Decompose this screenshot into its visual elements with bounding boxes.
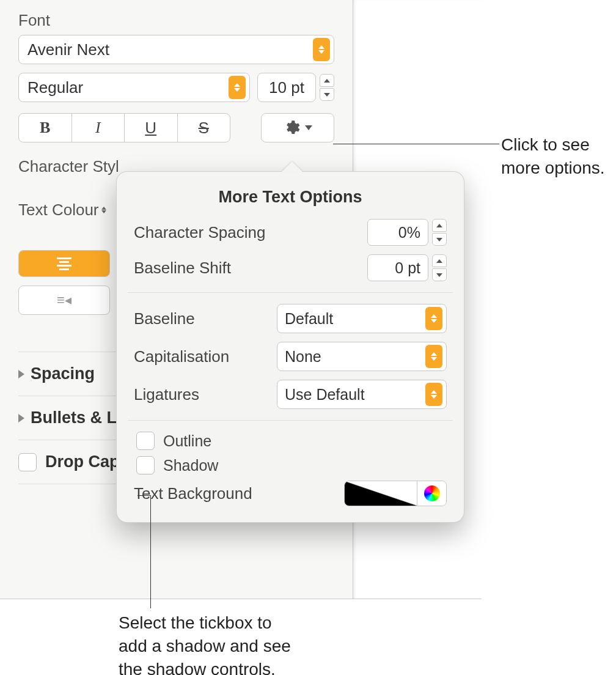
text-style-segmented: B I U S xyxy=(18,113,230,142)
align-left-button[interactable] xyxy=(19,251,109,276)
chevron-up-down-icon xyxy=(425,345,442,368)
step-down-button[interactable] xyxy=(432,233,447,246)
text-background-label: Text Background xyxy=(134,484,344,503)
chevron-up-down-icon xyxy=(101,207,106,213)
decrease-indent-icon: ≡◂ xyxy=(57,292,72,308)
capitalisation-value: None xyxy=(285,348,425,366)
disclosure-triangle-icon xyxy=(18,370,24,378)
font-face-value: Regular xyxy=(28,78,229,97)
gear-icon xyxy=(283,119,300,136)
font-size-value[interactable]: 10 pt xyxy=(257,73,316,102)
baseline-dropdown[interactable]: Default xyxy=(277,304,447,333)
ligatures-value: Use Default xyxy=(285,386,425,404)
font-face-dropdown[interactable]: Regular xyxy=(18,73,250,102)
font-size-stepper[interactable]: 10 pt xyxy=(257,73,334,102)
baseline-label: Baseline xyxy=(134,309,277,328)
font-section-label: Font xyxy=(18,11,334,30)
font-family-value: Avenir Next xyxy=(28,40,313,59)
underline-button[interactable]: U xyxy=(125,114,178,142)
callout-connector-line xyxy=(333,144,499,144)
alignment-segmented xyxy=(18,250,110,277)
char-spacing-value[interactable]: 0% xyxy=(367,219,428,246)
callout-shadow-tickbox: Select the tickbox to add a shadow and s… xyxy=(119,611,291,675)
baseline-shift-stepper-buttons[interactable] xyxy=(432,254,447,281)
char-spacing-label: Character Spacing xyxy=(134,223,367,242)
outline-label: Outline xyxy=(163,432,211,450)
callout-text-line: add a shadow and see xyxy=(119,635,291,658)
ligatures-dropdown[interactable]: Use Default xyxy=(277,380,447,409)
callout-text-line: Select the tickbox to xyxy=(119,611,291,635)
text-background-color-control[interactable] xyxy=(344,481,447,506)
char-spacing-stepper-buttons[interactable] xyxy=(432,219,447,246)
callout-connector-line xyxy=(138,495,151,496)
chevron-up-down-icon xyxy=(425,307,442,330)
baseline-shift-value[interactable]: 0 pt xyxy=(367,254,428,281)
disclosure-triangle-icon xyxy=(18,414,24,422)
drop-cap-checkbox[interactable] xyxy=(18,453,37,471)
chevron-down-icon xyxy=(305,125,312,130)
chevron-up-down-icon xyxy=(425,383,442,406)
font-size-stepper-buttons[interactable] xyxy=(320,74,334,101)
bullets-lists-label: Bullets & Li xyxy=(31,408,122,427)
bold-button[interactable]: B xyxy=(19,114,72,142)
capitalisation-dropdown[interactable]: None xyxy=(277,342,447,371)
callout-text-line: the shadow controls. xyxy=(119,658,291,675)
step-down-button[interactable] xyxy=(320,88,334,101)
italic-button[interactable]: I xyxy=(72,114,125,142)
align-left-icon xyxy=(57,257,72,270)
spacing-label: Spacing xyxy=(31,364,95,383)
callout-connector-line xyxy=(150,495,151,608)
char-spacing-stepper[interactable]: 0% xyxy=(367,219,447,246)
baseline-shift-stepper[interactable]: 0 pt xyxy=(367,254,447,281)
color-wheel-icon xyxy=(424,485,440,501)
more-text-options-button[interactable] xyxy=(261,113,334,142)
baseline-shift-label: Baseline Shift xyxy=(134,259,367,278)
callout-more-options: Click to see more options. xyxy=(501,133,605,180)
step-down-button[interactable] xyxy=(432,268,447,281)
baseline-value: Default xyxy=(285,310,425,328)
font-family-dropdown[interactable]: Avenir Next xyxy=(18,35,334,64)
capitalisation-label: Capitalisation xyxy=(134,347,277,366)
color-picker-button[interactable] xyxy=(417,481,446,506)
chevron-up-down-icon xyxy=(229,76,246,99)
drop-cap-label: Drop Cap xyxy=(45,452,120,471)
ligatures-label: Ligatures xyxy=(134,385,277,404)
chevron-up-down-icon xyxy=(313,38,330,61)
strikethrough-button[interactable]: S xyxy=(178,114,230,142)
callout-text-line: Click to see xyxy=(501,133,605,157)
color-well[interactable] xyxy=(345,481,417,506)
outline-checkbox[interactable] xyxy=(136,432,155,450)
indent-segmented: ≡◂ xyxy=(18,286,110,315)
shadow-checkbox[interactable] xyxy=(136,456,155,474)
text-colour-label: Text Colour xyxy=(18,201,99,219)
callout-text-line: more options. xyxy=(501,157,605,180)
step-up-button[interactable] xyxy=(432,219,447,232)
more-text-options-popover: More Text Options Character Spacing 0% B… xyxy=(116,171,464,523)
popover-title: More Text Options xyxy=(134,188,447,207)
shadow-label: Shadow xyxy=(163,457,218,474)
step-up-button[interactable] xyxy=(432,254,447,267)
decrease-indent-button[interactable]: ≡◂ xyxy=(19,286,109,314)
step-up-button[interactable] xyxy=(320,74,334,87)
